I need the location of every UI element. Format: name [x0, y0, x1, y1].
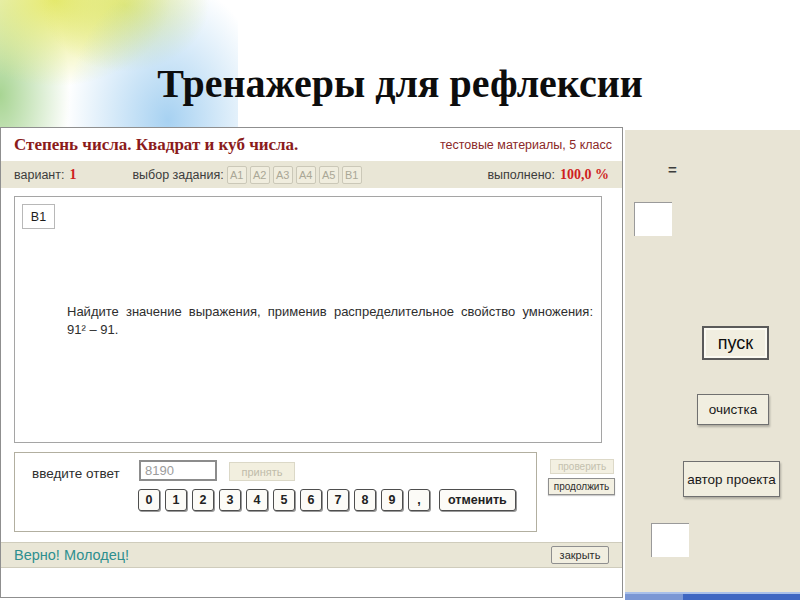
quiz-window: Степень числа. Квадрат и куб числа. тест…	[0, 127, 623, 598]
control-sidebar: = пуск очистка автор проекта	[625, 130, 800, 600]
task-tab: B1	[22, 204, 55, 229]
variant-value: 1	[69, 167, 76, 183]
key-8[interactable]: 8	[354, 489, 376, 511]
answer-panel: введите ответ принять 0 1 2 3 4 5 6 7 8 …	[14, 452, 537, 532]
bottom-blue-strip	[625, 592, 800, 600]
key-2[interactable]: 2	[192, 489, 214, 511]
key-5[interactable]: 5	[273, 489, 295, 511]
done-label: выполнено:	[487, 168, 555, 182]
task-text-block: Найдите значение выражения, применив рас…	[67, 303, 593, 338]
task-button-b1[interactable]: B1	[342, 166, 362, 184]
status-message: Верно! Молодец!	[14, 547, 129, 563]
quiz-subtitle: тестовые материалы, 5 класс	[440, 138, 612, 152]
quiz-toolbar: вариант: 1 выбор задания: A1 A2 A3 A4 A5…	[1, 161, 622, 188]
done-value: 100,0 %	[560, 167, 609, 183]
clear-button[interactable]: очистка	[697, 394, 769, 425]
key-3[interactable]: 3	[219, 489, 241, 511]
check-button[interactable]: проверить	[550, 459, 614, 474]
task-expression: 91² – 91.	[67, 321, 593, 338]
slide: Тренажеры для рефлексии Степень числа. К…	[0, 0, 800, 600]
key-7[interactable]: 7	[327, 489, 349, 511]
equals-sign: =	[668, 161, 677, 178]
task-button-a3[interactable]: A3	[273, 166, 293, 184]
author-button[interactable]: автор проекта	[683, 461, 780, 497]
status-bar: Верно! Молодец! закрыть	[1, 542, 622, 568]
task-button-a4[interactable]: A4	[296, 166, 316, 184]
key-comma[interactable]: ,	[408, 489, 430, 511]
cancel-button[interactable]: отменить	[439, 489, 516, 511]
key-1[interactable]: 1	[165, 489, 187, 511]
key-4[interactable]: 4	[246, 489, 268, 511]
result-box-bottom[interactable]	[651, 523, 689, 557]
key-6[interactable]: 6	[300, 489, 322, 511]
start-button[interactable]: пуск	[702, 326, 769, 360]
answer-input[interactable]	[139, 460, 217, 481]
task-button-a5[interactable]: A5	[319, 166, 339, 184]
task-select-label: выбор задания:	[132, 168, 223, 182]
close-button[interactable]: закрыть	[551, 546, 609, 564]
variant-label: вариант:	[14, 168, 64, 182]
result-box-top[interactable]	[634, 202, 672, 236]
accept-button[interactable]: принять	[229, 462, 295, 481]
answer-label: введите ответ	[32, 466, 120, 481]
continue-button[interactable]: продолжить	[548, 478, 615, 495]
page-title: Тренажеры для рефлексии	[0, 60, 800, 107]
task-panel: B1 Найдите значение выражения, применив …	[14, 196, 602, 443]
quiz-title: Степень числа. Квадрат и куб числа.	[14, 135, 298, 155]
key-0[interactable]: 0	[138, 489, 160, 511]
keypad: 0 1 2 3 4 5 6 7 8 9 , отменить	[138, 489, 516, 511]
task-button-a1[interactable]: A1	[227, 166, 247, 184]
quiz-header: Степень числа. Квадрат и куб числа. тест…	[1, 128, 622, 161]
task-text: Найдите значение выражения, применив рас…	[67, 303, 593, 320]
key-9[interactable]: 9	[381, 489, 403, 511]
task-button-a2[interactable]: A2	[250, 166, 270, 184]
